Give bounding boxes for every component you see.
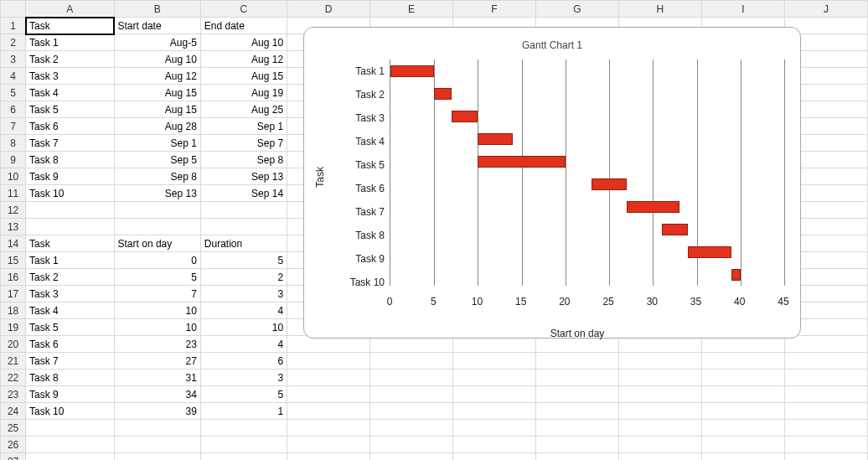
cell-C18[interactable]: 4	[200, 302, 287, 319]
cell-J26[interactable]	[784, 437, 867, 453]
cell-C13[interactable]	[200, 219, 287, 235]
cell-I27[interactable]	[701, 453, 784, 461]
cell-A21[interactable]: Task 7	[26, 353, 114, 370]
row-header-8[interactable]: 8	[1, 135, 26, 152]
cell-G27[interactable]	[536, 453, 619, 461]
cell-C25[interactable]	[200, 420, 287, 437]
cell-E24[interactable]	[370, 403, 453, 420]
row-header-27[interactable]: 27	[1, 453, 26, 461]
cell-B8[interactable]: Sep 1	[114, 135, 200, 152]
row-header-3[interactable]: 3	[1, 51, 26, 68]
cell-F24[interactable]	[453, 403, 536, 420]
cell-D27[interactable]	[287, 453, 370, 461]
cell-E23[interactable]	[370, 386, 453, 403]
cell-A19[interactable]: Task 5	[26, 319, 114, 336]
cell-H21[interactable]	[618, 353, 701, 370]
cell-B9[interactable]: Sep 5	[114, 152, 200, 168]
cell-A1[interactable]: Task	[26, 18, 114, 34]
cell-A27[interactable]	[26, 453, 114, 461]
row-header-17[interactable]: 17	[1, 286, 26, 302]
col-header-C[interactable]: C	[200, 1, 287, 18]
chart-bar[interactable]	[434, 88, 452, 100]
col-header-E[interactable]: E	[370, 1, 453, 18]
cell-A2[interactable]: Task 1	[26, 34, 114, 51]
cell-C2[interactable]: Aug 10	[200, 34, 287, 51]
cell-B14[interactable]: Start on day	[114, 235, 200, 252]
row-header-26[interactable]: 26	[1, 437, 26, 453]
row-header-16[interactable]: 16	[1, 269, 26, 286]
chart-bar[interactable]	[662, 224, 688, 235]
cell-B21[interactable]: 27	[114, 353, 200, 370]
cell-A10[interactable]: Task 9	[26, 168, 114, 185]
cell-B23[interactable]: 34	[114, 386, 200, 403]
cell-B20[interactable]: 23	[114, 336, 200, 353]
cell-B4[interactable]: Aug 12	[114, 68, 200, 85]
row-header-19[interactable]: 19	[1, 319, 26, 336]
cell-A17[interactable]: Task 3	[26, 286, 114, 302]
row-header-1[interactable]: 1	[1, 18, 26, 34]
row-header-11[interactable]: 11	[1, 185, 26, 202]
cell-G23[interactable]	[536, 386, 619, 403]
cell-C4[interactable]: Aug 15	[200, 68, 287, 85]
cell-B10[interactable]: Sep 8	[114, 168, 200, 185]
cell-A22[interactable]: Task 8	[26, 370, 114, 386]
row-header-13[interactable]: 13	[1, 219, 26, 235]
cell-B13[interactable]	[114, 219, 200, 235]
cell-A18[interactable]: Task 4	[26, 302, 114, 319]
cell-B7[interactable]: Aug 28	[114, 118, 200, 135]
col-header-J[interactable]: J	[784, 1, 867, 18]
col-header-D[interactable]: D	[287, 1, 370, 18]
col-header-G[interactable]: G	[536, 1, 619, 18]
chart-bar[interactable]	[627, 201, 679, 213]
cell-C15[interactable]: 5	[200, 252, 287, 269]
cell-A11[interactable]: Task 10	[26, 185, 114, 202]
row-header-12[interactable]: 12	[1, 202, 26, 219]
cell-A4[interactable]: Task 3	[26, 68, 114, 85]
cell-B3[interactable]: Aug 10	[114, 51, 200, 68]
cell-C26[interactable]	[200, 437, 287, 453]
row-header-21[interactable]: 21	[1, 353, 26, 370]
cell-B1[interactable]: Start date	[114, 18, 200, 34]
cell-G22[interactable]	[536, 370, 619, 386]
row-header-2[interactable]: 2	[1, 34, 26, 51]
cell-H26[interactable]	[618, 437, 701, 453]
cell-F21[interactable]	[453, 353, 536, 370]
row-header-14[interactable]: 14	[1, 235, 26, 252]
cell-H23[interactable]	[618, 386, 701, 403]
cell-G25[interactable]	[536, 420, 619, 437]
cell-C27[interactable]	[200, 453, 287, 461]
cell-D25[interactable]	[287, 420, 370, 437]
cell-B5[interactable]: Aug 15	[114, 85, 200, 101]
row-header-4[interactable]: 4	[1, 68, 26, 85]
cell-F22[interactable]	[453, 370, 536, 386]
cell-E21[interactable]	[370, 353, 453, 370]
row-header-5[interactable]: 5	[1, 85, 26, 101]
cell-B24[interactable]: 39	[114, 403, 200, 420]
cell-H25[interactable]	[618, 420, 701, 437]
cell-C19[interactable]: 10	[200, 319, 287, 336]
col-header-H[interactable]: H	[618, 1, 701, 18]
cell-D23[interactable]	[287, 386, 370, 403]
cell-A3[interactable]: Task 2	[26, 51, 114, 68]
col-header-B[interactable]: B	[114, 1, 200, 18]
cell-J24[interactable]	[784, 403, 867, 420]
cell-G26[interactable]	[536, 437, 619, 453]
cell-B22[interactable]: 31	[114, 370, 200, 386]
cell-A12[interactable]	[26, 202, 114, 219]
cell-B11[interactable]: Sep 13	[114, 185, 200, 202]
cell-H27[interactable]	[618, 453, 701, 461]
cell-B6[interactable]: Aug 15	[114, 101, 200, 118]
chart-bar[interactable]	[731, 269, 740, 281]
cell-B27[interactable]	[114, 453, 200, 461]
cell-B12[interactable]	[114, 202, 200, 219]
cell-D22[interactable]	[287, 370, 370, 386]
cell-A6[interactable]: Task 5	[26, 101, 114, 118]
cell-J27[interactable]	[784, 453, 867, 461]
chart-bar[interactable]	[688, 246, 731, 258]
row-header-10[interactable]: 10	[1, 168, 26, 185]
chart-bar[interactable]	[478, 156, 565, 168]
cell-J20[interactable]	[784, 336, 867, 353]
cell-C6[interactable]: Aug 25	[200, 101, 287, 118]
cell-G24[interactable]	[536, 403, 619, 420]
cell-A5[interactable]: Task 4	[26, 85, 114, 101]
